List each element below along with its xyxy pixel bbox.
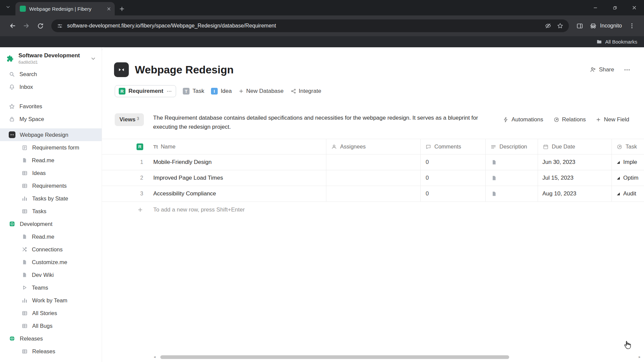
sidebar-item-dev-wiki[interactable]: Dev Wiki (0, 268, 102, 281)
table-icon (21, 208, 28, 215)
views-button[interactable]: Views 3 (115, 113, 144, 126)
sidebar-item-release-planning[interactable]: Release Planning (0, 358, 102, 362)
sidebar-item-all-stories[interactable]: All Stories (0, 307, 102, 319)
sidebar-item-releases[interactable]: Releases (0, 345, 102, 358)
refresh-button[interactable] (34, 22, 47, 29)
sidebar-item-tasks-by-state[interactable]: Tasks by State (0, 192, 102, 205)
column-header-description[interactable]: Description (485, 139, 538, 154)
close-window-button[interactable] (625, 0, 644, 15)
sidebar-item-teams[interactable]: Teams (0, 281, 102, 294)
sidebar-item-dev-readme[interactable]: Read.me (0, 230, 102, 243)
due-date-cell[interactable]: Jul 15, 2023 (538, 170, 611, 186)
new-tab-button[interactable] (119, 6, 125, 12)
task-cell[interactable]: Imple (611, 155, 644, 170)
integrate-button[interactable]: Integrate (290, 88, 321, 95)
sidebar-item-readme[interactable]: Read.me (0, 154, 102, 167)
comments-cell[interactable]: 0 (420, 170, 485, 186)
comments-cell[interactable]: 0 (420, 186, 485, 201)
workspace-switcher[interactable]: Software Development 6ad8d3d1 (0, 47, 102, 68)
db-tab-menu-icon[interactable] (166, 88, 172, 94)
browser-tab[interactable]: Webpage Redesign | Fibery (15, 2, 115, 15)
assignees-cell[interactable] (326, 186, 420, 201)
db-tab-task[interactable]: T Task (183, 88, 204, 95)
share-person-icon (590, 66, 596, 73)
sidebar-item-ideas[interactable]: Ideas (0, 167, 102, 179)
add-row-plus-icon[interactable] (102, 207, 151, 213)
table-row: 3 Accessibility Compliance 0 Aug 10, 202… (102, 186, 644, 202)
comments-cell[interactable]: 0 (420, 155, 485, 170)
scroll-left-arrow-icon[interactable]: ◄ (152, 355, 157, 359)
tab-search-chevron-icon[interactable] (5, 4, 11, 10)
sidebar-item-requirements[interactable]: Requirements (0, 179, 102, 192)
back-button[interactable] (5, 22, 19, 29)
name-cell[interactable]: Accessibility Compliance (151, 186, 326, 201)
column-label: Task (626, 143, 637, 150)
name-cell[interactable]: Mobile-Friendly Design (151, 155, 326, 170)
database-description[interactable]: The Requirement database contains detail… (153, 113, 484, 131)
assignees-cell[interactable] (326, 170, 420, 186)
task-cell[interactable]: Optim (611, 170, 644, 186)
sidebar-item-tasks[interactable]: Tasks (0, 205, 102, 218)
db-tab-idea[interactable]: I Idea (211, 88, 232, 95)
sidebar-item-label: Work by Team (32, 297, 67, 304)
sidebar-item-label: Tasks by State (32, 195, 68, 202)
views-label: Views (119, 116, 136, 123)
eye-off-icon[interactable] (545, 22, 551, 29)
description-cell[interactable] (485, 170, 538, 186)
task-cell[interactable]: Audit (611, 186, 644, 201)
sidebar-item-webpage-redesign[interactable]: Webpage Redesign (0, 128, 102, 141)
scroll-right-arrow-icon[interactable]: ► (637, 355, 642, 359)
bookmark-star-icon[interactable] (557, 22, 564, 29)
restore-button[interactable] (605, 0, 625, 15)
forward-button[interactable] (19, 22, 34, 29)
new-field-button[interactable]: New Field (596, 116, 629, 123)
db-tab-requirement[interactable]: R Requirement (115, 85, 176, 97)
description-cell[interactable] (485, 186, 538, 201)
chevron-down-icon[interactable] (90, 56, 96, 62)
sidebar-item-releases-space[interactable]: Releases (0, 332, 102, 345)
sidebar-item-inbox[interactable]: Inbox (0, 80, 102, 93)
integrate-label: Integrate (299, 88, 321, 95)
column-label: Name (161, 143, 175, 150)
sidebar-item-label: Requirements (32, 183, 67, 189)
scrollbar-thumb[interactable] (160, 355, 509, 359)
sidebar-item-my-space[interactable]: My Space (0, 113, 102, 125)
relations-button[interactable]: Relations (553, 116, 586, 123)
more-options-button[interactable] (624, 66, 631, 73)
new-database-button[interactable]: New Database (238, 88, 284, 95)
tab-close-icon[interactable] (106, 6, 111, 11)
side-panel-icon[interactable] (573, 22, 587, 29)
automations-button[interactable]: Automations (503, 116, 543, 123)
horizontal-scrollbar[interactable]: ◄ ► (152, 355, 642, 359)
person-icon (331, 144, 337, 150)
share-label: Share (599, 66, 614, 73)
sidebar-item-connections[interactable]: Connections (0, 243, 102, 256)
sidebar-item-requirements-form[interactable]: Requirements form (0, 141, 102, 154)
name-cell[interactable]: Improved Page Load Times (151, 170, 326, 186)
due-date-cell[interactable]: Jun 30, 2023 (538, 155, 611, 170)
sidebar-item-work-by-team[interactable]: Work by Team (0, 294, 102, 307)
due-date: Jun 30, 2023 (542, 159, 575, 166)
scrollbar-track[interactable] (157, 355, 637, 359)
sidebar-item-customizeme[interactable]: Customize.me (0, 256, 102, 268)
due-date-cell[interactable]: Aug 10, 2023 (538, 186, 611, 201)
minimize-button[interactable] (586, 0, 605, 15)
sidebar-item-search[interactable]: Search (0, 68, 102, 80)
column-header-name[interactable]: Name (151, 139, 326, 154)
site-settings-icon[interactable] (57, 23, 63, 29)
assignees-cell[interactable] (326, 155, 420, 170)
column-header-due-date[interactable]: Due Date (538, 139, 611, 154)
column-header-task[interactable]: Task (611, 139, 644, 154)
sidebar-item-development[interactable]: Development (0, 218, 102, 230)
column-header-comments[interactable]: Comments (420, 139, 485, 154)
all-bookmarks-label[interactable]: All Bookmarks (605, 39, 637, 45)
column-header-assignees[interactable]: Assignees (326, 139, 420, 154)
add-row[interactable]: To add a new row, press Shift+Enter (102, 202, 644, 218)
row-number: 2 (102, 170, 151, 186)
browser-menu-button[interactable] (625, 22, 639, 29)
url-bar[interactable]: software-development.fibery.io/fibery/sp… (51, 19, 569, 32)
description-cell[interactable] (485, 155, 538, 170)
sidebar-item-all-bugs[interactable]: All Bugs (0, 319, 102, 332)
sidebar-item-favorites[interactable]: Favorites (0, 100, 102, 113)
share-button[interactable]: Share (590, 66, 614, 73)
